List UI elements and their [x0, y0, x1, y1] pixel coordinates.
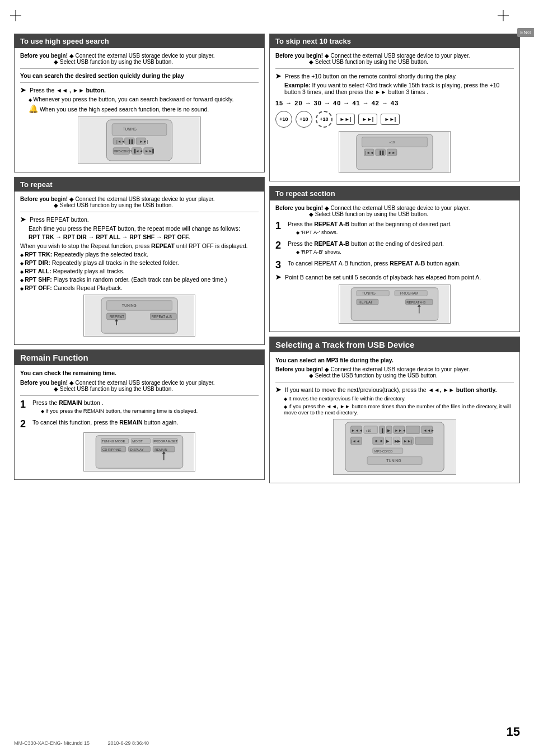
repeat-section-box: To repeat section Before you begin! ◆ Co… — [269, 186, 520, 332]
page: ENG To use high speed search Before you … — [0, 0, 534, 756]
svg-rect-85 — [415, 437, 433, 445]
svg-text:MP3-CD/CD: MP3-CD/CD — [114, 150, 132, 153]
repeat-desc1: Each time you press the REPEAT button, t… — [29, 225, 259, 232]
svg-text:TUNING: TUNING — [122, 304, 137, 307]
search-bullet2: 🔔 When you use the high speed search fun… — [29, 104, 259, 113]
footer-text: MM-C330-XAC-ENG- Mic.indd 15 2010-6-29 8… — [14, 740, 149, 746]
svg-text:REPEAT: REPEAT — [359, 300, 373, 304]
selecting-bullet1: It moves the next/previous file within t… — [284, 395, 514, 402]
skip-next-10-section: To skip next 10 tracks Before you begin!… — [269, 34, 520, 181]
device-image-repeat: TUNING REPEAT REPEAT A-B — [20, 295, 259, 337]
corner-mark-tr — [498, 10, 509, 21]
selecting-track-before-begin: Before you begin! ◆ Connect the external… — [275, 366, 514, 379]
repeat-section-step3: 3 To cancel REPEAT A-B function, press R… — [275, 260, 514, 270]
search-description: You can search the desired section quick… — [20, 72, 259, 79]
remain-step2: 2 To cancel this function, press the REM… — [20, 419, 259, 429]
btn-skip2: ►►| — [358, 114, 377, 125]
svg-text:DISPLAY: DISPLAY — [130, 448, 143, 451]
svg-text:REMAIN: REMAIN — [154, 448, 167, 451]
svg-text:MO/ST: MO/ST — [132, 440, 143, 443]
btn-plus10-3: +10 — [316, 111, 332, 128]
left-column: To use high speed search Before you begi… — [14, 34, 265, 488]
diamond1: ◆ — [69, 53, 76, 59]
eng-badge: ENG — [517, 28, 534, 37]
remain-step1-bullet: If you press the REMAIN button, the rema… — [41, 408, 198, 414]
repeat-title: To repeat — [15, 178, 264, 192]
page-number: 15 — [507, 725, 520, 739]
svg-text:►◄◄: ►◄◄ — [352, 428, 363, 432]
svg-text:REPEAT: REPEAT — [109, 315, 124, 319]
search-step1: ➤ Press the ◄◄ , ►► button. — [20, 86, 259, 94]
svg-text:REPEAT A-B: REPEAT A-B — [151, 315, 172, 319]
svg-text:+10: +10 — [366, 429, 372, 432]
btn-skip3: ►►| — [381, 114, 400, 125]
btn-plus10-1: +10 — [275, 111, 292, 128]
remain-function-title: Remain Function — [15, 350, 264, 365]
remain-desc: You can check the remaining time. — [20, 370, 259, 376]
repeat-bullet4: RPT SHF: Plays tracks in random order. (… — [20, 276, 259, 283]
search-bullet1: Whenever you press the button, you can s… — [29, 96, 259, 102]
repeat-sequence: RPT TRK → RPT DIR → RPT ALL → RPT SHF → … — [29, 234, 259, 240]
device-image-remain: TUNING MODE MO/ST PROGRAM/SET CD RIPPING… — [20, 432, 259, 472]
skip-button-row: +10 +10 +10 ►►| ►►| ►►| — [275, 111, 514, 128]
high-speed-before-begin: Before you begin! ◆ Connect the external… — [20, 53, 259, 65]
remain-before-begin: Before you begin! ◆ Connect the external… — [20, 380, 259, 392]
remain-step1: 1 Press the REMAIN button . If you press… — [20, 399, 259, 416]
repeat-section-step3-num: 3 — [275, 260, 284, 270]
selecting-step1: ➤ If you want to move the next/previous(… — [275, 386, 514, 394]
svg-text:PROGRAM: PROGRAM — [400, 291, 419, 295]
skip-sequence: 15 → 20 → 30 → 40 → 41 → 42 → 43 — [275, 100, 514, 106]
device-image-repeat-section: TUNING PROGRAM REPEAT REPEAT A-B — [275, 284, 514, 324]
device-image-search: |◄◄ ▐▐ ►►| MP3-CD/CD ▐◄◄ ►►▌ TUNING — [20, 116, 259, 164]
repeat-section-step2: 2 Press the REPEAT A-B button at the end… — [275, 240, 514, 256]
svg-text:►►|: ►►| — [388, 151, 396, 155]
remain-function-section: Remain Function You can check the remain… — [14, 349, 265, 480]
svg-text:|◄◄: |◄◄ — [116, 139, 125, 144]
svg-text:REPEAT A-B: REPEAT A-B — [406, 301, 425, 304]
svg-text:TUNING MODE: TUNING MODE — [102, 440, 125, 443]
svg-text:►►|: ►►| — [139, 139, 148, 144]
remain-step2-num: 2 — [20, 419, 29, 429]
corner-mark-tl — [10, 10, 21, 21]
repeat-bullet2: RPT DIR: Repeatedly plays all tracks in … — [20, 259, 259, 266]
svg-rect-22 — [107, 301, 172, 311]
repeat-section-step1: 1 Press the REPEAT A-B button at the beg… — [275, 221, 514, 237]
svg-text:◾◾: ◾◾ — [374, 438, 384, 444]
svg-text:►►|: ►►| — [404, 439, 413, 444]
device-image-selecting: ►◄◄ +10 ▐ ▶ ►►◄ ◄◄► |◄◄ ◾ — [275, 419, 514, 475]
svg-text:TUNING: TUNING — [123, 127, 137, 131]
repeat-desc2: When you wish to stop the Repeat functio… — [20, 242, 259, 249]
high-speed-search-section: To use high speed search Before you begi… — [14, 34, 265, 172]
svg-text:►►◄: ►►◄ — [395, 428, 406, 432]
btn-skip1: ►►| — [336, 114, 355, 125]
svg-text:▶▶: ▶▶ — [395, 439, 401, 443]
svg-text:+10: +10 — [389, 141, 395, 144]
selecting-bullet2: If you press the ◄◄, ►► button more time… — [284, 403, 514, 416]
skip-next-10-title: To skip next 10 tracks — [270, 34, 519, 48]
skip-step1: ➤ Press the +10 button on the remote con… — [275, 72, 514, 80]
svg-text:PROGRAM/SET: PROGRAM/SET — [153, 440, 177, 443]
svg-rect-6 — [112, 124, 167, 136]
svg-text:TUNING: TUNING — [386, 459, 401, 463]
svg-text:MP3-CD/CD: MP3-CD/CD — [374, 450, 393, 453]
diamond2: ◆ — [54, 59, 60, 65]
skip-example: Example: If you want to select 43rd trac… — [284, 82, 514, 95]
repeat-bullet5: RPT OFF: Cancels Repeat Playback. — [20, 284, 259, 291]
high-speed-search-title: To use high speed search — [15, 34, 264, 48]
skip-before-begin: Before you begin! ◆ Connect the external… — [275, 53, 514, 65]
remain-step1-num: 1 — [20, 399, 29, 416]
repeat-section-note: ➤ Point B cannot be set until 5 seconds … — [275, 273, 514, 281]
selecting-track-section: Selecting a Track from USB Device You ca… — [269, 337, 520, 483]
repeat-section-step2-bullet: 'RPT A-B' shows. — [296, 249, 444, 255]
svg-text:CD RIPPING: CD RIPPING — [102, 448, 121, 451]
device-image-skip: +10 |◄◄ ▐▐ ►►| — [275, 131, 514, 173]
repeat-section-step1-num: 1 — [275, 221, 284, 237]
svg-rect-72 — [406, 426, 420, 434]
svg-text:TUNING: TUNING — [362, 291, 376, 295]
repeat-section-step2-num: 2 — [275, 240, 284, 256]
svg-text:◄◄►: ◄◄► — [423, 428, 434, 432]
svg-text:|◄◄: |◄◄ — [352, 439, 360, 444]
repeat-section: To repeat Before you begin! ◆ Connect th… — [14, 177, 265, 345]
svg-text:|◄◄: |◄◄ — [365, 151, 373, 155]
selecting-track-desc: You can select an MP3 file during the pl… — [275, 357, 514, 363]
